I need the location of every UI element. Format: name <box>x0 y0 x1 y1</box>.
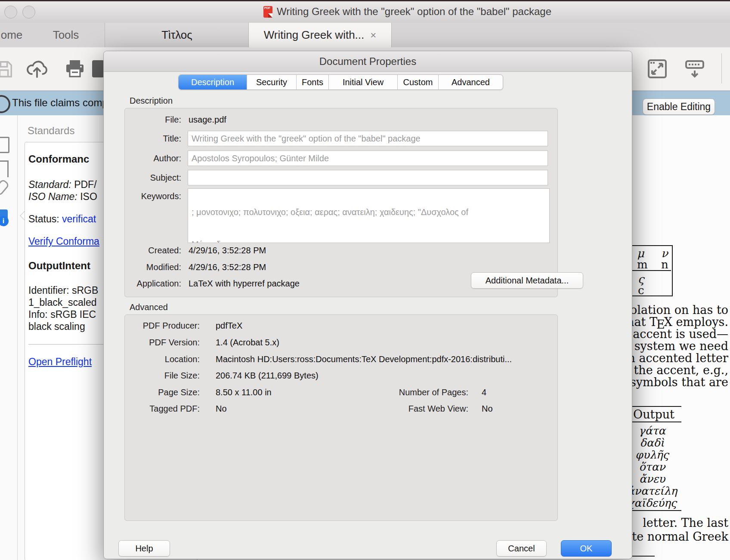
additional-metadata-button[interactable]: Additional Metadata... <box>471 272 583 289</box>
identifier-line1: Identifier: sRGB <box>28 285 98 296</box>
author-label: Author: <box>121 154 181 163</box>
location-value: Macintosh HD:Users:ross:Documents:TeX De… <box>216 354 512 364</box>
modified-label: Modified: <box>121 262 181 272</box>
dialog-title: Document Properties <box>104 51 632 72</box>
panel-divider <box>28 344 103 345</box>
description-section-label: Description <box>130 96 173 106</box>
file-size-value: 206.74 KB (211,699 Bytes) <box>216 371 319 381</box>
file-value: usage.pdf <box>189 115 226 125</box>
window-title: Writing Greek with the "greek" option of… <box>277 6 551 18</box>
toolbar-divider <box>721 53 722 83</box>
pdf-version-label: PDF Version: <box>121 338 200 348</box>
iso-name-value: ISO <box>80 191 97 202</box>
table-cell: n <box>661 258 668 271</box>
subject-label: Subject: <box>121 173 181 183</box>
attachments-icon[interactable] <box>0 178 10 197</box>
title-bar: Writing Greek with the "greek" option of… <box>0 0 730 23</box>
tagged-pdf-value: No <box>216 404 227 414</box>
location-label: Location: <box>121 354 200 364</box>
pdf-producer-value: pdfTeX <box>216 321 242 331</box>
created-value: 4/29/16, 3:52:28 PM <box>189 246 266 255</box>
output-row: γάτα <box>626 425 678 437</box>
dialog-tab-strip: Description Security Fonts Initial View … <box>178 74 503 90</box>
window-minimize-button[interactable] <box>22 6 35 18</box>
conformance-heading: Conformanc <box>28 153 89 165</box>
identifier-line3: Info: sRGB IEC <box>28 309 96 320</box>
pdf-producer-label: PDF Producer: <box>121 321 200 331</box>
table-cell: m <box>637 258 648 271</box>
iso-name-label: ISO Name: <box>28 191 77 202</box>
info-badge-icon: i <box>0 216 9 226</box>
info-circle-icon <box>0 95 10 113</box>
tab-security[interactable]: Security <box>247 75 297 89</box>
window-close-button[interactable] <box>4 6 17 18</box>
status-value: verificat <box>62 213 96 225</box>
tab-custom[interactable]: Custom <box>398 75 439 89</box>
tab-close-icon[interactable]: × <box>370 29 376 41</box>
output-row: ἀνατείλη <box>626 485 678 497</box>
standard-label: Standard: <box>28 179 71 190</box>
created-label: Created: <box>121 246 181 255</box>
page-thumbnails-icon[interactable] <box>0 137 9 153</box>
advanced-section-label: Advanced <box>130 302 168 312</box>
verify-conformance-link[interactable]: Verify Conforma <box>28 236 99 247</box>
tab-document-writing-greek[interactable]: Writing Greek with... × <box>248 23 392 47</box>
table-cell: c <box>638 284 644 297</box>
output-row: φυλῆς <box>626 449 678 461</box>
hide-toolbar-icon[interactable] <box>684 58 706 82</box>
pdf-file-icon <box>263 6 272 18</box>
tab-description[interactable]: Description <box>179 75 247 89</box>
tab-bar: ome Tools Τὶτλος Writing Greek with... × <box>0 23 730 47</box>
outputintent-heading: OutputIntent <box>28 260 90 272</box>
tab-initial-view[interactable]: Initial View <box>329 75 398 89</box>
standards-pane: i Standards Conformanc Standard: PDF/ IS… <box>0 115 103 560</box>
identifier-line2: 1_black_scaled <box>28 297 97 308</box>
modified-value: 4/29/16, 3:52:28 PM <box>189 262 266 272</box>
standard-value: PDF/ <box>74 179 96 190</box>
subject-field[interactable]: This document describes the use of the L… <box>188 170 548 185</box>
file-label: File: <box>121 115 181 125</box>
enable-editing-button[interactable]: Enable Editing <box>643 98 715 115</box>
tab-document-titlos[interactable]: Τὶτλος <box>105 23 249 47</box>
print-icon[interactable] <box>63 58 87 83</box>
upload-cloud-icon[interactable] <box>25 57 49 83</box>
keywords-label: Keywords: <box>121 191 181 201</box>
fullscreen-icon[interactable] <box>647 58 668 81</box>
standards-panel-title: Standards <box>28 125 74 137</box>
fast-web-view-label: Fast Web View: <box>340 404 468 414</box>
ok-button[interactable]: OK <box>561 540 612 557</box>
author-field[interactable]: Apostolos Syropoulos; Günter Milde <box>188 151 548 166</box>
application-value: LaTeX with hyperref package <box>189 279 300 289</box>
title-label: Title: <box>121 134 181 144</box>
page-size-value: 8.50 x 11.00 in <box>216 388 272 397</box>
identifier-line4: black scaling <box>28 321 85 332</box>
output-table-header: Output <box>626 408 681 421</box>
fast-web-view-value: No <box>482 404 493 414</box>
tagged-pdf-label: Tagged PDF: <box>121 404 200 414</box>
number-of-pages-label: Number of Pages: <box>340 388 468 397</box>
tab-fonts[interactable]: Fonts <box>297 75 329 89</box>
cancel-button[interactable]: Cancel <box>496 540 547 557</box>
sidebar-icon-rail: i <box>0 115 18 560</box>
tab-advanced[interactable]: Advanced <box>439 75 503 89</box>
tab-tools[interactable]: Tools <box>46 23 85 47</box>
application-label: Application: <box>121 279 181 289</box>
status-label: Status: <box>28 213 59 225</box>
output-row: ἄνευ <box>626 473 678 485</box>
title-field[interactable]: Writing Greek with the "greek" option of… <box>188 131 548 146</box>
tab-home[interactable]: ome <box>0 23 31 47</box>
save-icon[interactable] <box>0 59 14 81</box>
file-size-label: File Size: <box>121 371 200 381</box>
bookmarks-icon[interactable] <box>0 160 9 177</box>
output-row: δαδὶ <box>626 437 678 449</box>
keywords-field[interactable]: ; μονοτονιχο; πολυτονιχο; οξεια; αερας; … <box>188 188 550 243</box>
email-icon[interactable] <box>92 60 104 77</box>
output-row: χαϊδεύης <box>626 497 678 509</box>
document-properties-dialog: Document Properties Description Security… <box>103 51 632 559</box>
number-of-pages-value: 4 <box>482 388 486 397</box>
app-window: Writing Greek with the "greek" option of… <box>0 0 730 560</box>
open-preflight-link[interactable]: Open Preflight <box>28 356 92 368</box>
pdf-version-value: 1.4 (Acrobat 5.x) <box>216 338 279 348</box>
page-size-label: Page Size: <box>121 388 200 397</box>
help-button[interactable]: Help <box>118 540 170 557</box>
